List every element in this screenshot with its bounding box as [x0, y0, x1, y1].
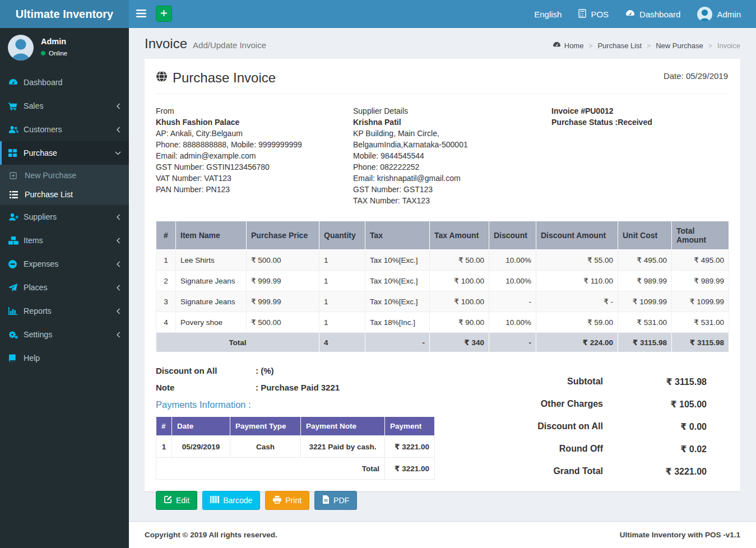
sidebar-item-customers[interactable]: Customers: [0, 118, 129, 141]
paper-plane-icon: [8, 284, 24, 292]
print-button[interactable]: Print: [265, 491, 309, 510]
from-vat: VAT Number: VAT123: [156, 173, 336, 184]
summary-discount-on-all: Discount on All ₹ 0.00: [466, 415, 707, 438]
sidebar-item-purchase-list[interactable]: Purchase List: [0, 185, 129, 204]
breadcrumb-separator: >: [647, 42, 651, 50]
edit-icon: [164, 495, 172, 505]
item-cell: 1: [319, 250, 365, 271]
payment-row: 1 05/29/2019 Cash 3221 Paid by cash. ₹ 3…: [156, 436, 435, 458]
sidebar-user-name: Admin: [41, 37, 67, 46]
pdf-button[interactable]: PDF: [314, 491, 357, 510]
item-cell: ₹ 1099.99: [672, 291, 729, 312]
nav-user[interactable]: Admin: [689, 0, 749, 28]
summary-value: ₹ 3221.00: [603, 466, 707, 477]
calculator-icon: [578, 9, 586, 20]
sidebar-item-label: Items: [24, 236, 43, 245]
payments-total-row: Total ₹ 3221.00: [156, 458, 435, 480]
chevron-left-icon: [116, 238, 121, 244]
item-cell: 1: [319, 271, 365, 291]
sidebar-item-settings[interactable]: Settings: [0, 323, 129, 346]
sidebar-item-label: Sales: [24, 101, 44, 110]
item-cell: 2: [156, 271, 176, 291]
breadcrumb-purchase-list[interactable]: Purchase List: [597, 41, 642, 50]
cubes-icon: [8, 236, 24, 245]
main-content: InvoiceAdd/Update Invoice Home > Purchas…: [129, 28, 756, 521]
sidebar-item-purchase[interactable]: Purchase: [0, 141, 129, 165]
edit-button[interactable]: Edit: [156, 491, 197, 510]
brand-logo[interactable]: Ultimate Inventory: [0, 0, 129, 28]
page-title: Invoice: [145, 36, 187, 51]
sidebar-item-places[interactable]: Places: [0, 276, 129, 299]
total-label: Total: [156, 333, 319, 352]
item-cell: ₹ 531.00: [618, 312, 672, 333]
breadcrumb-label: Home: [564, 41, 584, 50]
item-cell: ₹ 531.00: [672, 312, 729, 333]
item-cell: Tax 10%[Exc.]: [365, 250, 430, 271]
item-cell: ₹ 500.00: [247, 312, 319, 333]
sidebar-item-label: New Purchase: [25, 171, 76, 180]
invoice-summary: Subtotal ₹ 3115.98 Other Charges ₹ 105.0…: [466, 366, 729, 510]
globe-icon: [156, 70, 168, 86]
sidebar-item-sales[interactable]: Sales: [0, 94, 129, 118]
note-value: : Purchase Paid 3221: [256, 383, 340, 392]
sidebar-user-status[interactable]: Online: [41, 50, 67, 57]
nav-dashboard-label: Dashboard: [639, 10, 680, 19]
nav-language-label: English: [534, 10, 562, 19]
sidebar-item-label: Help: [24, 354, 40, 363]
sidebar-item-help[interactable]: Help: [0, 346, 129, 370]
summary-other-charges: Other Charges ₹ 105.00: [466, 393, 707, 415]
total-amount: ₹ 3115.98: [672, 333, 729, 352]
summary-label: Round Off: [466, 444, 603, 454]
nav-dashboard[interactable]: Dashboard: [617, 0, 689, 28]
sidebar-user-panel: Admin Online: [0, 28, 129, 68]
sidebar-item-expenses[interactable]: Expenses: [0, 252, 129, 276]
online-status-label: Online: [49, 50, 67, 57]
breadcrumb-new-purchase[interactable]: New Purchase: [656, 41, 703, 50]
sidebar: Admin Online Dashboard Sales Customers P…: [0, 28, 129, 548]
sidebar-item-dashboard[interactable]: Dashboard: [0, 71, 129, 94]
chevron-left-icon: [116, 332, 121, 338]
sidebar-item-suppliers[interactable]: Suppliers: [0, 205, 129, 229]
payments-header-row: # Date Payment Type Payment Note Payment: [156, 417, 435, 436]
payments-total-value: ₹ 3221.00: [385, 458, 435, 480]
supplier-heading: Supplier Details: [353, 105, 525, 117]
from-gst: GST Number: GSTIN123456780: [156, 161, 336, 173]
payment-cell: 1: [156, 436, 172, 458]
speedometer-icon: [8, 78, 24, 86]
sidebar-item-items[interactable]: Items: [0, 229, 129, 252]
summary-subtotal: Subtotal ₹ 3115.98: [466, 370, 707, 393]
chevron-left-icon: [116, 261, 121, 267]
barcode-button[interactable]: Barcode: [202, 491, 260, 510]
sidebar-toggle-button[interactable]: [129, 0, 154, 28]
breadcrumb-home[interactable]: Home: [553, 41, 584, 50]
sidebar-item-label: Purchase List: [25, 190, 73, 199]
discount-on-all-line: Discount on All : (%): [156, 366, 439, 375]
items-header-row: # Item Name Purchase Price Quantity Tax …: [156, 221, 729, 250]
supplier-gst: GST Number: GST123: [353, 184, 525, 195]
nav-pos[interactable]: POS: [570, 0, 617, 28]
summary-round-off: Round Off ₹ 0.02: [466, 438, 707, 460]
item-cell: Signature Jeans: [176, 271, 247, 291]
col-header-discount-amount: Discount Amount: [536, 221, 618, 250]
quick-add-button[interactable]: [156, 6, 172, 22]
sidebar-item-label: Expenses: [24, 259, 58, 268]
sidebar-item-reports[interactable]: Reports: [0, 299, 129, 323]
summary-value: ₹ 0.00: [603, 421, 707, 432]
sidebar-item-label: Reports: [24, 306, 52, 315]
edit-button-label: Edit: [176, 496, 189, 505]
nav-language[interactable]: English: [526, 0, 570, 28]
notes-and-payments: Discount on All : (%) Note : Purchase Pa…: [156, 366, 439, 510]
from-address: AP: Ankali, City:Belgaum: [156, 128, 336, 139]
page-footer: Copyright © 2019 All rights reserved. Ul…: [129, 521, 756, 548]
page-subtitle: Add/Update Invoice: [193, 40, 266, 50]
navbar-menu: English POS Dashboard Admin: [526, 0, 756, 28]
plus-icon: [160, 10, 168, 18]
item-cell: Lee Shirts: [176, 250, 247, 271]
payment-cell: 05/29/2019: [172, 436, 230, 458]
item-cell: -: [489, 291, 536, 312]
item-cell: ₹ 495.00: [618, 250, 672, 271]
payments-total-label: Total: [156, 458, 385, 480]
item-cell: 3: [156, 291, 176, 312]
invoice-number: Invoice #PU0012: [551, 105, 729, 117]
sidebar-item-new-purchase[interactable]: New Purchase: [0, 166, 129, 185]
